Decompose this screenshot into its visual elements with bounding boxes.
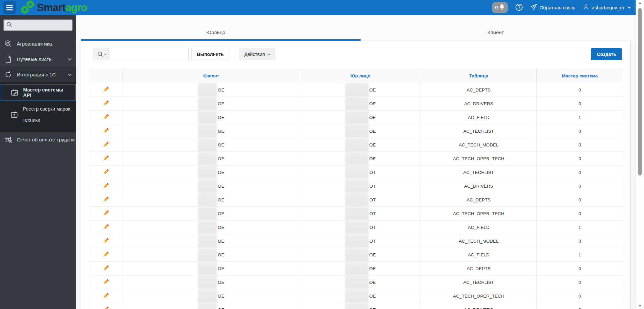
table-name-cell: AC_TECHLIST [421, 124, 537, 138]
help-button[interactable] [515, 3, 523, 12]
pencil-icon [102, 292, 109, 300]
edit-row-button[interactable] [102, 237, 109, 245]
table-row: ОЕ ОТ AC_TECHLIST 0 [89, 166, 623, 179]
client-cell: ОЕ [122, 193, 300, 207]
pencil-icon [102, 306, 109, 309]
table-row: ОЕ ОЕ AC_DEPTS 0 [89, 83, 623, 97]
pencil-icon [102, 279, 109, 286]
edit-row-button[interactable] [102, 100, 109, 107]
sidebar-item-label: Интеграция с 1С [17, 72, 56, 77]
search-scope-button[interactable] [94, 48, 109, 60]
edit-row-button[interactable] [102, 169, 109, 176]
redacted-text [198, 193, 217, 206]
execute-button[interactable]: Выполнить [192, 48, 229, 60]
column-header-entity[interactable]: Юр.лицо [300, 69, 421, 83]
column-header-master[interactable]: Мастер система [537, 69, 623, 83]
table-row: ОЕ ОЕ AC_DEPTS 0 [89, 262, 623, 275]
edit-row-button[interactable] [102, 182, 109, 190]
sidebar-item-registry-marks[interactable]: Реестр сверки марок техники [0, 101, 76, 128]
edit-cell [89, 111, 122, 124]
sidebar-item-master-system-api[interactable]: Мастер системы API [0, 84, 76, 101]
edit-cell [89, 138, 122, 152]
table-row: ОЕ ОТ AC_DEPTS 0 [89, 193, 623, 207]
master-system-cell: 0 [537, 275, 623, 289]
column-header-table[interactable]: Таблица [421, 69, 537, 83]
topbar: Smartagro 0 [0, 0, 636, 15]
redacted-text [345, 234, 369, 248]
edit-row-button[interactable] [102, 279, 109, 286]
master-system-cell: 0 [537, 97, 623, 111]
redacted-text [345, 248, 369, 261]
edit-cell [89, 97, 122, 111]
scroll-up-arrow-icon[interactable] [638, 2, 642, 4]
client-cell: ОЕ [122, 289, 300, 303]
redacted-text [198, 179, 217, 193]
edit-row-button[interactable] [102, 224, 109, 231]
table-row: ОЕ ОЕ AC_FIELD 1 [89, 248, 623, 262]
entity-cell: ОЕ [300, 289, 421, 303]
redacted-text [345, 138, 369, 151]
pencil-icon [102, 155, 109, 162]
vertical-scrollbar[interactable] [636, 0, 644, 309]
client-cell: ОЕ [122, 124, 300, 138]
report-search-input[interactable] [109, 48, 189, 60]
user-menu[interactable]: ashurbegov_m [583, 4, 631, 11]
tab-client[interactable]: Клиент [356, 15, 636, 41]
edit-row-button[interactable] [102, 141, 109, 148]
brand-logo[interactable]: Smartagro [20, 0, 88, 15]
edit-row-button[interactable] [102, 196, 109, 203]
table-name-cell: AC_FIELD [421, 111, 537, 124]
sidebar-item-payroll-report[interactable]: Отчет об оплате труда м [0, 132, 76, 147]
sidebar-item-integration-1c[interactable]: Интеграция с 1С [0, 67, 76, 82]
edit-row-button[interactable] [102, 292, 109, 300]
scroll-down-arrow-icon[interactable] [638, 305, 642, 307]
table-row: ОЕ ОЕ AC_TECHLIST 0 [89, 275, 623, 289]
client-cell: ОЕ [122, 97, 300, 111]
master-system-cell: 0 [537, 179, 623, 193]
sidebar-search-input[interactable] [14, 22, 75, 28]
sidebar-item-waybills[interactable]: Путевые листы [0, 51, 76, 67]
sidebar-item-label: Путевые листы [17, 56, 53, 62]
edit-cell [89, 179, 122, 193]
notification-count-badge: 0 [495, 5, 498, 10]
edit-row-button[interactable] [102, 306, 109, 309]
master-system-cell: 0 [537, 138, 623, 152]
client-cell: ОЕ [122, 152, 300, 166]
column-header-edit [89, 69, 122, 83]
edit-cell [89, 289, 122, 303]
client-cell: ОЕ [122, 234, 300, 248]
edit-row-button[interactable] [102, 127, 109, 135]
report-person-icon [4, 135, 12, 143]
column-header-client[interactable]: Клиент [122, 69, 300, 83]
redacted-text [345, 83, 369, 97]
hamburger-menu-button[interactable] [3, 1, 16, 14]
chevron-down-icon [628, 7, 631, 9]
edit-cell [89, 248, 122, 262]
redacted-text [198, 152, 217, 165]
edit-row-button[interactable] [102, 155, 109, 162]
sidebar-search-box [3, 19, 73, 31]
redacted-text [198, 83, 217, 97]
scrollbar-thumb[interactable] [638, 8, 642, 176]
table-name-cell: AC_TECH_MODEL [421, 234, 537, 248]
sidebar-item-agroanalytics[interactable]: Агроаналитика [0, 36, 76, 51]
edit-row-button[interactable] [102, 265, 109, 272]
notifications-button[interactable]: 0 [492, 2, 508, 13]
calendar-edit-icon [10, 88, 18, 97]
tab-legal-entity[interactable]: Юрлицо [76, 15, 356, 41]
redacted-text [345, 207, 369, 220]
feedback-link[interactable]: Обратная связь [530, 4, 575, 11]
client-cell: ОЕ [122, 221, 300, 234]
client-cell: ОЕ [122, 248, 300, 262]
edit-row-button[interactable] [102, 210, 109, 217]
edit-row-button[interactable] [102, 251, 109, 258]
redacted-text [345, 221, 369, 234]
edit-row-button[interactable] [102, 86, 109, 94]
edit-cell [89, 262, 122, 275]
entity-cell: ОЕ [300, 124, 421, 138]
actions-dropdown-button[interactable]: Действия [239, 48, 275, 60]
entity-cell: ОТ [300, 234, 421, 248]
pencil-icon [102, 251, 109, 258]
create-button[interactable]: Создать [591, 48, 622, 60]
edit-row-button[interactable] [102, 114, 109, 121]
